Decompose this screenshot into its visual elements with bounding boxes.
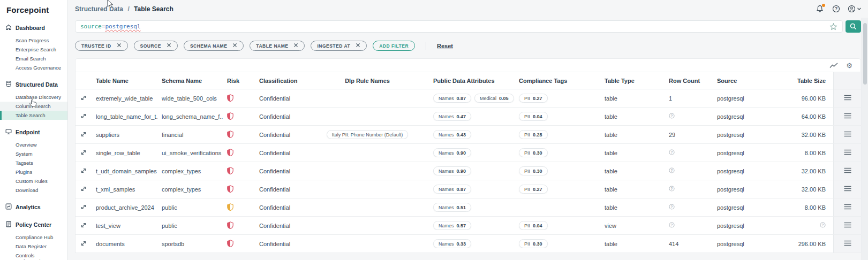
trend-view-button[interactable]	[829, 63, 838, 68]
expand-row-button[interactable]	[76, 240, 92, 248]
search-button[interactable]	[846, 20, 861, 33]
question-circle-icon: ?	[669, 168, 675, 174]
results-table-card: ⚙ Table NameSchema NameRiskClassificatio…	[75, 58, 861, 253]
add-filter-button[interactable]: ADD FILTER	[373, 41, 415, 51]
help-button[interactable]: ?	[832, 5, 840, 13]
expand-row-button[interactable]	[76, 204, 92, 211]
sidebar-section-policy-center[interactable]: Policy Center	[0, 219, 67, 230]
reset-filters-button[interactable]: Reset	[437, 43, 453, 49]
sidebar-section-endpoint[interactable]: Endpoint	[0, 127, 67, 137]
save-search-button[interactable]	[829, 23, 837, 30]
expand-row-button[interactable]	[76, 222, 92, 230]
breadcrumb-parent[interactable]: Structured Data	[75, 5, 123, 13]
row-menu-button[interactable]	[833, 144, 862, 162]
row-menu-button[interactable]	[833, 108, 862, 125]
filter-chip-ingested-at[interactable]: INGESTED AT	[311, 41, 367, 51]
column-header-table-size[interactable]: Table Size	[777, 78, 833, 84]
table-settings-button[interactable]: ⚙	[846, 62, 852, 69]
table-type-cell: table	[600, 168, 665, 174]
table-row[interactable]: t_xml_samplescomplex_typesConfidentialNa…	[76, 180, 861, 198]
row-menu-button[interactable]	[833, 89, 862, 107]
row-count-cell: 1	[665, 95, 713, 102]
public-attributes-cell: Names0.47	[429, 112, 515, 121]
column-header-risk[interactable]: Risk	[223, 78, 255, 84]
close-icon[interactable]	[356, 43, 360, 49]
row-menu-icon	[844, 95, 851, 102]
sidebar-item-compliance-hub[interactable]: Compliance Hub	[0, 233, 67, 242]
sidebar-item-overview[interactable]: Overview	[0, 140, 67, 149]
attribute-badge: Names0.33	[433, 239, 471, 248]
sidebar-item-email-search[interactable]: Email Search	[0, 54, 67, 63]
column-header-compliance-tags[interactable]: Compliance Tags	[515, 78, 600, 84]
search-input[interactable]: source=postgresql	[75, 20, 843, 33]
expand-row-button[interactable]	[76, 149, 92, 157]
filter-chip-trustee-id[interactable]: TRUSTEE ID	[75, 41, 128, 51]
filter-chip-source[interactable]: SOURCE	[134, 41, 178, 51]
sidebar-item-scan-progress[interactable]: Scan Progress	[0, 36, 67, 45]
table-row[interactable]: t_udt_domain_samplescomplex_typesConfide…	[76, 162, 861, 180]
row-menu-button[interactable]	[833, 126, 862, 143]
vertical-scrollbar[interactable]	[862, 18, 868, 260]
sidebar-item-column-search[interactable]: Column Search	[0, 102, 67, 111]
sidebar-item-plugins[interactable]: Plugins	[0, 167, 67, 177]
close-icon[interactable]	[117, 43, 122, 49]
filter-chip-table-name[interactable]: TABLE NAME	[250, 41, 305, 51]
sidebar-item-enterprise-search[interactable]: Enterprise Search	[0, 45, 67, 54]
column-header-public-data-attributes[interactable]: Public Data Attributes	[429, 78, 515, 84]
expand-row-button[interactable]	[76, 186, 92, 193]
sidebar-section-items: Scan ProgressEnterprise SearchEmail Sear…	[0, 36, 67, 72]
sidebar-item-download[interactable]: Download	[0, 186, 67, 195]
table-row[interactable]: documentssportsdbConfidentialNames0.33PI…	[76, 235, 861, 253]
expand-row-button[interactable]	[76, 131, 92, 139]
close-icon[interactable]	[293, 43, 298, 49]
sidebar-item-system[interactable]: System	[0, 149, 67, 158]
close-icon[interactable]	[232, 43, 237, 49]
row-menu-button[interactable]	[833, 180, 862, 198]
sidebar-section-analytics[interactable]: Analytics	[0, 202, 67, 212]
table-name-cell: long_table_name_for_t...	[92, 113, 157, 120]
row-menu-button[interactable]	[833, 235, 862, 253]
table-row[interactable]: extremely_wide_tablewide_table_500_colsC…	[76, 89, 861, 108]
analytics-icon	[5, 203, 12, 211]
query-field: source	[80, 23, 102, 30]
row-menu-button[interactable]	[833, 217, 862, 234]
sidebar-section-dashboard[interactable]: Dashboard	[0, 22, 67, 33]
column-header-classification[interactable]: Classification	[255, 78, 306, 84]
filter-chip-schema-name[interactable]: SCHEMA NAME	[184, 41, 244, 51]
column-header-dlp-rule-names[interactable]: Dlp Rule Names	[306, 78, 429, 84]
breadcrumb: Structured Data / Table Search	[75, 5, 173, 13]
expand-row-button[interactable]	[76, 167, 92, 175]
table-row[interactable]: long_table_name_for_t...long_schema_name…	[76, 108, 861, 126]
sidebar-item-controls-orchestration[interactable]: Controls Orchestration	[0, 251, 67, 260]
column-header-table-type[interactable]: Table Type	[600, 78, 665, 84]
sidebar-item-table-search[interactable]: Table Search	[0, 111, 67, 120]
sidebar-item-data-register[interactable]: Data Register	[0, 242, 67, 251]
scrollbar-thumb[interactable]	[863, 23, 867, 85]
row-menu-button[interactable]	[833, 198, 862, 216]
sidebar-item-custom-rules[interactable]: Custom Rules	[0, 177, 67, 186]
row-menu-button[interactable]	[833, 162, 862, 180]
table-row[interactable]: single_row_tableui_smoke_verificationsCo…	[76, 144, 861, 162]
account-menu-button[interactable]	[848, 5, 861, 13]
dlp-rule-badge: Italy PII: Phone Number (Default)	[327, 130, 409, 139]
compliance-label: PII	[524, 169, 530, 174]
risk-shield-icon	[227, 169, 233, 175]
table-row[interactable]: product_archive_2024publicConfidentialNa…	[76, 198, 861, 217]
close-icon[interactable]	[167, 43, 171, 49]
svg-text:?: ?	[822, 223, 824, 227]
compliance-score: 0.30	[533, 150, 542, 156]
column-header-source[interactable]: Source	[713, 78, 777, 84]
table-row[interactable]: test_viewpublicConfidentialNames0.57PII0…	[76, 217, 861, 235]
column-header-schema-name[interactable]: Schema Name	[157, 78, 223, 84]
expand-row-button[interactable]	[76, 95, 92, 102]
notifications-button[interactable]	[816, 5, 824, 13]
column-header-row-count[interactable]: Row Count	[665, 78, 713, 84]
sidebar-item-tagsets[interactable]: Tagsets	[0, 158, 67, 167]
sidebar-section-structured-data[interactable]: Structured Data	[0, 79, 67, 90]
sidebar-item-access-governance[interactable]: Access Governance	[0, 63, 67, 72]
sidebar-item-database-discovery[interactable]: Database Discovery	[0, 93, 67, 102]
risk-shield-icon	[227, 133, 233, 139]
table-row[interactable]: suppliersfinancialConfidentialItaly PII:…	[76, 126, 861, 144]
column-header-table-name[interactable]: Table Name	[92, 78, 157, 84]
expand-row-button[interactable]	[76, 113, 92, 120]
